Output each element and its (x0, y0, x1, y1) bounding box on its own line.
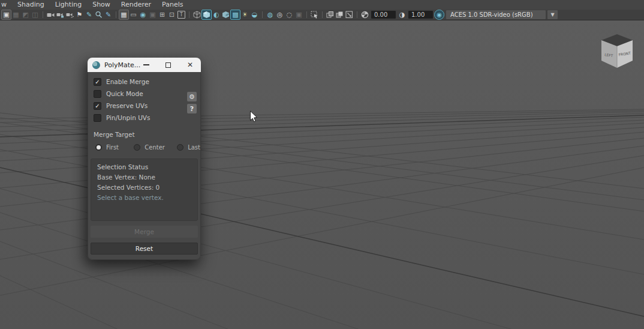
lights-icon[interactable]: ☀ (240, 10, 249, 19)
toolbar-separator (43, 11, 43, 18)
selection-status-panel: Selection Status Base Vertex: None Selec… (91, 158, 198, 221)
resolution-gate-icon[interactable]: ◉ (139, 10, 148, 19)
window-controls: ✕ (143, 61, 193, 68)
layout-persp-outliner-icon[interactable]: ◩ (21, 10, 30, 19)
exposure-field[interactable]: 0.00 (371, 11, 396, 19)
color-management-icon[interactable]: ◉ (435, 10, 444, 19)
colorspace-dropdown-arrow-icon[interactable]: ▼ (547, 10, 558, 19)
quick-mode-row[interactable]: Quick Mode (88, 88, 200, 100)
textured-icon[interactable] (221, 10, 230, 19)
maximize-icon[interactable] (165, 62, 171, 68)
enable-merge-label: Enable Merge (106, 78, 149, 85)
menu-show[interactable]: Show (87, 0, 116, 10)
dialog-app-icon (92, 61, 100, 69)
merge-target-label: Merge Target (94, 131, 200, 138)
selection-status-header: Selection Status (97, 162, 191, 172)
menu-panels[interactable]: Panels (157, 0, 188, 10)
minimize-icon[interactable] (143, 64, 149, 65)
gate-mask-icon[interactable]: ▣ (148, 10, 157, 19)
safe-title-icon[interactable]: T (177, 10, 186, 19)
pin-unpin-uvs-label: Pin/Unpin UVs (106, 114, 150, 121)
wireframe-on-shaded-icon[interactable]: ▩ (231, 10, 240, 19)
motion-blur-icon[interactable]: ◎ (275, 10, 284, 19)
exposure-icon[interactable] (360, 10, 369, 19)
gamma-field[interactable]: 1.00 (408, 11, 433, 19)
selection-hint: Select a base vertex. (97, 193, 191, 203)
camera-attributes-icon[interactable] (56, 10, 65, 19)
settings-gear-icon[interactable]: ⚙ (187, 92, 197, 101)
enable-merge-checkbox[interactable]: ✓ (94, 78, 101, 86)
menu-shading[interactable]: Shading (12, 0, 50, 10)
bookmark-icon[interactable]: ⚑ (75, 10, 84, 19)
close-icon[interactable]: ✕ (187, 61, 193, 68)
dialog-body: ✓ Enable Merge Quick Mode ✓ Preserve UVs… (88, 72, 201, 260)
safe-title-letter: T (177, 11, 185, 19)
quick-mode-checkbox[interactable] (94, 90, 101, 98)
toolbar-separator (189, 11, 189, 18)
mouse-cursor (249, 110, 259, 124)
radio-last-label[interactable]: Last (188, 144, 200, 151)
panel-toolbar: ▣ ▦ ◩ ◫ ⚑ ✎ ✎ ▦ ▭ ◉ ▣ ⊞ ⊡ T ◐ ▩ ☀ ◒ ◍ ◎ … (0, 10, 644, 20)
snapshot-layers-icon[interactable] (335, 10, 344, 19)
ambient-occlusion-icon[interactable]: ◍ (266, 10, 275, 19)
base-vertex-value: Base Vertex: None (97, 172, 191, 183)
preserve-uvs-label: Preserve UVs (106, 102, 148, 109)
wireframe-icon[interactable] (192, 10, 201, 19)
menu-lighting[interactable]: Lighting (50, 0, 87, 10)
layout-split-icon[interactable]: ◫ (31, 10, 40, 19)
radio-last[interactable] (177, 144, 183, 151)
help-button[interactable]: ? (187, 104, 197, 113)
radio-first-label[interactable]: First (106, 144, 119, 151)
menu-renderer[interactable]: Renderer (116, 0, 157, 10)
toolbar-separator (306, 11, 307, 18)
contrast-icon[interactable]: ◑ (398, 10, 407, 19)
preserve-uvs-row[interactable]: ✓ Preserve UVs (88, 100, 200, 112)
dialog-side-buttons: ⚙ ? (187, 92, 197, 113)
view-cube[interactable]: LEFT FRONT (597, 32, 637, 70)
merge-target-options: First Center Last (95, 143, 200, 151)
anti-aliasing-icon[interactable]: ◌ (285, 10, 294, 19)
quick-mode-label: Quick Mode (106, 90, 143, 97)
snapshot-icon[interactable] (326, 10, 335, 19)
pin-unpin-uvs-row[interactable]: Pin/Unpin UVs (88, 112, 200, 124)
camera-select-icon[interactable] (46, 10, 55, 19)
screen-geometry-icon[interactable] (345, 10, 354, 19)
toolbar-separator (322, 11, 323, 18)
depth-of-field-icon[interactable]: ▣ (294, 10, 303, 19)
preserve-uvs-checkbox[interactable]: ✓ (94, 102, 101, 110)
merge-button[interactable]: Merge (91, 226, 198, 238)
isolate-select-icon[interactable] (310, 10, 319, 19)
viewport-layout-icon[interactable]: ▣ (2, 10, 11, 19)
selected-vertices-value: Selected Vertices: 0 (97, 183, 191, 193)
enable-merge-row[interactable]: ✓ Enable Merge (88, 76, 200, 88)
layout-quad-icon[interactable]: ▦ (11, 10, 20, 19)
image-plane-icon[interactable]: ✎ (85, 10, 94, 19)
toolbar-separator (357, 11, 357, 18)
radio-first[interactable] (95, 144, 102, 151)
grease-pencil-icon[interactable]: ✎ (104, 10, 113, 19)
field-chart-icon[interactable]: ⊞ (158, 10, 167, 19)
dialog-titlebar[interactable]: PolyMate... ✕ (88, 58, 201, 72)
grid-icon[interactable]: ▦ (119, 10, 128, 19)
film-gate-icon[interactable]: ▭ (129, 10, 138, 19)
safe-action-icon[interactable]: ⊡ (167, 10, 176, 19)
colorspace-dropdown[interactable]: ACES 1.0 SDR-video (sRGB) (446, 10, 546, 19)
pan-zoom-icon[interactable] (94, 10, 103, 19)
reset-button[interactable]: Reset (91, 243, 198, 255)
shadows-icon[interactable]: ◒ (250, 10, 259, 19)
polymate-dialog: PolyMate... ✕ ✓ Enable Merge Quick Mode … (88, 58, 201, 260)
radio-center[interactable] (134, 144, 140, 151)
panel-menu-bar: w Shading Lighting Show Renderer Panels (0, 0, 644, 10)
menu-view-partial[interactable]: w (0, 0, 12, 10)
textured-sphere-icon[interactable]: ◐ (212, 10, 221, 19)
toolbar-separator (116, 11, 116, 18)
camera-rotate-icon[interactable] (65, 10, 74, 19)
toolbar-separator (262, 11, 263, 18)
smooth-shade-icon[interactable] (202, 10, 211, 19)
dialog-title: PolyMate... (104, 61, 143, 69)
radio-center-label[interactable]: Center (145, 144, 165, 151)
pin-unpin-uvs-checkbox[interactable] (94, 114, 101, 122)
